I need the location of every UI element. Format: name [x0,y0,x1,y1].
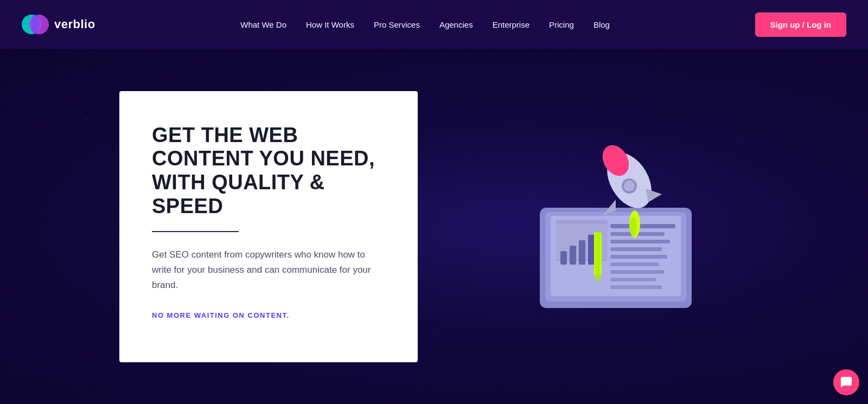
nav-enterprise[interactable]: Enterprise [493,20,529,29]
svg-point-28 [624,181,635,191]
hero-title: GET THE WEB CONTENT YOU NEED, WITH QUALI… [152,124,385,219]
logo-icon [22,11,49,38]
hero-cta-link[interactable]: NO MORE WAITING ON CONTENT. [152,311,290,319]
chat-icon [840,376,853,389]
nav-agencies[interactable]: Agencies [439,20,473,29]
header: verblio What We Do How It Works Pro Serv… [0,0,868,49]
hero-content: GET THE WEB CONTENT YOU NEED, WITH QUALI… [0,91,868,362]
hero-card: GET THE WEB CONTENT YOU NEED, WITH QUALI… [119,91,418,362]
svg-rect-15 [595,232,601,281]
nav-what-we-do[interactable]: What We Do [240,20,286,29]
svg-rect-11 [570,246,576,265]
nav-pro-services[interactable]: Pro Services [374,20,420,29]
svg-point-32 [629,217,637,236]
svg-rect-20 [610,255,667,259]
hero-description: Get SEO content from copywriters who kno… [152,247,385,293]
svg-point-2 [31,15,40,34]
svg-rect-16 [610,224,675,228]
svg-rect-21 [610,262,659,266]
nav-how-it-works[interactable]: How It Works [306,20,354,29]
svg-rect-22 [610,270,665,274]
svg-rect-12 [579,240,585,265]
svg-rect-24 [610,285,662,289]
hero-section: GET THE WEB CONTENT YOU NEED, WITH QUALI… [0,49,868,404]
svg-rect-19 [610,247,662,251]
nav-pricing[interactable]: Pricing [549,20,574,29]
svg-rect-23 [610,278,656,281]
svg-rect-13 [588,235,595,265]
logo-text: verblio [54,17,95,31]
svg-marker-30 [646,189,662,202]
hero-divider [152,231,239,232]
svg-rect-18 [610,240,670,243]
nav-blog[interactable]: Blog [593,20,610,29]
hero-svg-illustration [491,124,719,330]
logo[interactable]: verblio [22,11,95,38]
hero-illustration [461,124,749,330]
signup-button[interactable]: Sign up / Log in [755,12,846,37]
chat-bubble-button[interactable] [833,369,859,395]
svg-rect-10 [560,251,567,265]
main-nav: What We Do How It Works Pro Services Age… [240,20,610,29]
